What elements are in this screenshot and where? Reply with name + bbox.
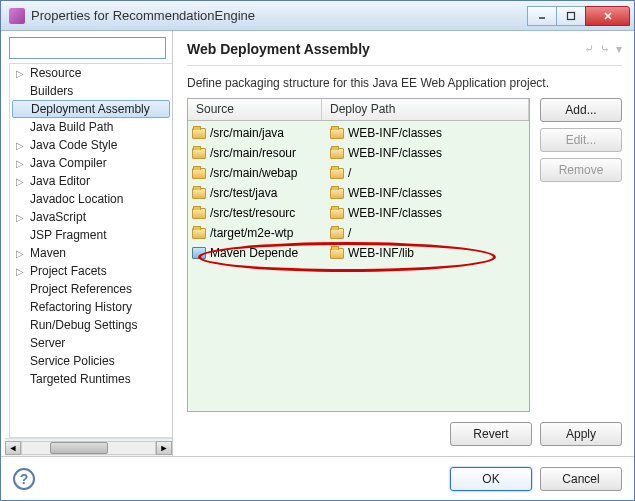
forward-icon[interactable]: ⤷ bbox=[600, 42, 610, 56]
sidebar-item-project-facets[interactable]: ▷Project Facets bbox=[10, 262, 172, 280]
sidebar-item-label: Deployment Assembly bbox=[29, 102, 150, 116]
sidebar-item-java-compiler[interactable]: ▷Java Compiler bbox=[10, 154, 172, 172]
sidebar-item-java-build-path[interactable]: Java Build Path bbox=[10, 118, 172, 136]
deploy-path: WEB-INF/classes bbox=[348, 186, 442, 200]
sidebar-item-jsp-fragment[interactable]: JSP Fragment bbox=[10, 226, 172, 244]
revert-button[interactable]: Revert bbox=[450, 422, 532, 446]
sidebar-item-deployment-assembly[interactable]: Deployment Assembly bbox=[12, 100, 170, 118]
sidebar-item-refactoring-history[interactable]: Refactoring History bbox=[10, 298, 172, 316]
sidebar-item-label: Java Editor bbox=[28, 174, 90, 188]
scroll-right-button[interactable]: ► bbox=[156, 441, 172, 455]
deploy-path: WEB-INF/classes bbox=[348, 206, 442, 220]
expand-arrow-icon[interactable]: ▷ bbox=[16, 248, 28, 259]
expand-arrow-icon[interactable]: ▷ bbox=[16, 212, 28, 223]
ok-button[interactable]: OK bbox=[450, 467, 532, 491]
filter-input[interactable] bbox=[9, 37, 166, 59]
sidebar-item-javadoc-location[interactable]: Javadoc Location bbox=[10, 190, 172, 208]
folder-icon bbox=[192, 188, 206, 199]
table-row[interactable]: /src/main/javaWEB-INF/classes bbox=[188, 123, 529, 143]
sidebar-item-label: Java Build Path bbox=[28, 120, 113, 134]
sidebar-item-label: Targeted Runtimes bbox=[28, 372, 131, 386]
sidebar-item-java-code-style[interactable]: ▷Java Code Style bbox=[10, 136, 172, 154]
deploy-path: WEB-INF/lib bbox=[348, 246, 414, 260]
table-row[interactable]: /src/main/resourWEB-INF/classes bbox=[188, 143, 529, 163]
sidebar-item-label: Server bbox=[28, 336, 65, 350]
sidebar-horizontal-scrollbar[interactable]: ◄ ► bbox=[5, 438, 172, 456]
table-row[interactable]: /src/main/webap/ bbox=[188, 163, 529, 183]
dialog-footer: ? OK Cancel bbox=[1, 456, 634, 500]
sidebar-item-label: Resource bbox=[28, 66, 81, 80]
scroll-left-button[interactable]: ◄ bbox=[5, 441, 21, 455]
sidebar-item-label: Service Policies bbox=[28, 354, 115, 368]
sidebar-item-targeted-runtimes[interactable]: Targeted Runtimes bbox=[10, 370, 172, 388]
page-title: Web Deployment Assembly bbox=[187, 41, 584, 57]
apply-button[interactable]: Apply bbox=[540, 422, 622, 446]
table-row[interactable]: /target/m2e-wtp/ bbox=[188, 223, 529, 243]
page-description: Define packaging structure for this Java… bbox=[187, 76, 622, 90]
edit-button[interactable]: Edit... bbox=[540, 128, 622, 152]
properties-window: Properties for RecommendationEngine ▷Res… bbox=[0, 0, 635, 501]
folder-icon bbox=[192, 208, 206, 219]
folder-icon bbox=[192, 128, 206, 139]
scroll-thumb[interactable] bbox=[50, 442, 108, 454]
folder-icon bbox=[330, 168, 344, 179]
main-panel: Web Deployment Assembly ⤶ ⤷ ▾ Define pac… bbox=[173, 31, 634, 456]
assembly-table[interactable]: Source Deploy Path /src/main/javaWEB-INF… bbox=[187, 98, 530, 412]
table-row[interactable]: /src/test/javaWEB-INF/classes bbox=[188, 183, 529, 203]
close-button[interactable] bbox=[585, 6, 630, 26]
sidebar-item-maven[interactable]: ▷Maven bbox=[10, 244, 172, 262]
sidebar-item-label: Java Code Style bbox=[28, 138, 117, 152]
window-title: Properties for RecommendationEngine bbox=[31, 8, 528, 23]
folder-icon bbox=[192, 168, 206, 179]
sidebar-item-builders[interactable]: Builders bbox=[10, 82, 172, 100]
sidebar-item-label: Builders bbox=[28, 84, 73, 98]
column-header-deploy[interactable]: Deploy Path bbox=[322, 99, 529, 120]
sidebar-item-service-policies[interactable]: Service Policies bbox=[10, 352, 172, 370]
sidebar-item-javascript[interactable]: ▷JavaScript bbox=[10, 208, 172, 226]
table-row[interactable]: Maven DependeWEB-INF/lib bbox=[188, 243, 529, 263]
titlebar[interactable]: Properties for RecommendationEngine bbox=[1, 1, 634, 31]
expand-arrow-icon[interactable]: ▷ bbox=[16, 140, 28, 151]
expand-arrow-icon[interactable]: ▷ bbox=[16, 68, 28, 79]
folder-icon bbox=[330, 188, 344, 199]
folder-icon bbox=[330, 128, 344, 139]
sidebar-item-java-editor[interactable]: ▷Java Editor bbox=[10, 172, 172, 190]
minimize-button[interactable] bbox=[527, 6, 557, 26]
source-path: /src/main/resour bbox=[210, 146, 296, 160]
expand-arrow-icon[interactable]: ▷ bbox=[16, 158, 28, 169]
source-path: Maven Depende bbox=[210, 246, 298, 260]
maximize-button[interactable] bbox=[556, 6, 586, 26]
expand-arrow-icon[interactable]: ▷ bbox=[16, 176, 28, 187]
menu-dropdown-icon[interactable]: ▾ bbox=[616, 42, 622, 56]
svg-rect-1 bbox=[568, 12, 575, 19]
source-path: /target/m2e-wtp bbox=[210, 226, 293, 240]
column-header-source[interactable]: Source bbox=[188, 99, 322, 120]
app-icon bbox=[9, 8, 25, 24]
sidebar-item-label: Maven bbox=[28, 246, 66, 260]
sidebar-item-resource[interactable]: ▷Resource bbox=[10, 64, 172, 82]
sidebar-item-label: Project References bbox=[28, 282, 132, 296]
sidebar-item-label: Run/Debug Settings bbox=[28, 318, 137, 332]
source-path: /src/test/java bbox=[210, 186, 277, 200]
folder-icon bbox=[330, 208, 344, 219]
back-icon[interactable]: ⤶ bbox=[584, 42, 594, 56]
sidebar-item-server[interactable]: Server bbox=[10, 334, 172, 352]
sidebar-item-label: Java Compiler bbox=[28, 156, 107, 170]
jar-icon bbox=[192, 247, 206, 259]
expand-arrow-icon[interactable]: ▷ bbox=[16, 266, 28, 277]
help-icon[interactable]: ? bbox=[13, 468, 35, 490]
folder-icon bbox=[330, 228, 344, 239]
category-sidebar: ▷ResourceBuildersDeployment AssemblyJava… bbox=[1, 31, 173, 456]
folder-icon bbox=[192, 148, 206, 159]
add-button[interactable]: Add... bbox=[540, 98, 622, 122]
source-path: /src/main/java bbox=[210, 126, 284, 140]
source-path: /src/test/resourc bbox=[210, 206, 295, 220]
sidebar-item-project-references[interactable]: Project References bbox=[10, 280, 172, 298]
remove-button[interactable]: Remove bbox=[540, 158, 622, 182]
deploy-path: / bbox=[348, 226, 351, 240]
sidebar-item-run-debug-settings[interactable]: Run/Debug Settings bbox=[10, 316, 172, 334]
deploy-path: WEB-INF/classes bbox=[348, 126, 442, 140]
cancel-button[interactable]: Cancel bbox=[540, 467, 622, 491]
sidebar-item-label: Project Facets bbox=[28, 264, 107, 278]
table-row[interactable]: /src/test/resourcWEB-INF/classes bbox=[188, 203, 529, 223]
